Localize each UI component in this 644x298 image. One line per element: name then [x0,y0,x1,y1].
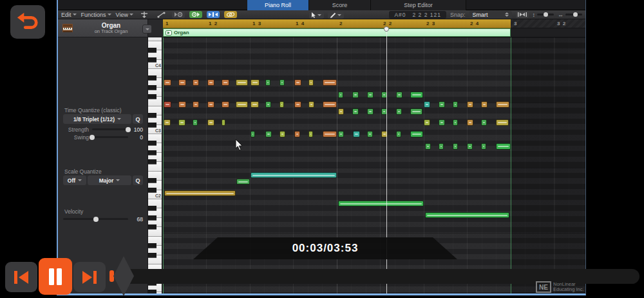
midi-note[interactable] [410,108,422,115]
functions-menu[interactable]: Functions [81,12,111,18]
piano-key-black[interactable] [148,243,156,248]
midi-note[interactable] [164,190,236,196]
time-quantize-apply-button[interactable]: Q [133,114,143,124]
midi-note[interactable] [338,108,344,115]
seek-handle[interactable] [113,256,134,296]
piano-key-black[interactable] [148,224,156,230]
midi-note[interactable] [193,119,198,126]
vertical-zoom-control[interactable]: ↕ [533,12,554,18]
back-button[interactable] [10,5,45,39]
midi-note[interactable] [222,79,229,86]
midi-note[interactable] [425,212,509,218]
midi-note[interactable] [308,131,313,137]
auto-zoom-button[interactable] [516,11,529,18]
midi-note[interactable] [207,119,214,126]
tab-score[interactable]: Score [309,0,371,10]
velocity-slider[interactable] [63,218,128,220]
midi-note[interactable] [453,119,458,126]
piano-key-black[interactable] [148,159,156,164]
tab-step-editor[interactable]: Step Editor [371,0,466,10]
volume-pill[interactable] [109,270,114,282]
midi-note[interactable] [178,101,186,108]
midi-note[interactable] [207,101,214,108]
midi-note[interactable] [425,143,431,150]
midi-note[interactable] [496,143,511,150]
midi-note[interactable] [279,131,285,137]
midi-note[interactable] [294,131,300,137]
midi-note[interactable] [323,131,337,137]
snap-select[interactable]: Smart [469,11,512,19]
scale-quantize-apply-button[interactable]: Q [133,175,143,185]
midi-note[interactable] [453,101,458,108]
piano-key-black[interactable] [148,85,156,90]
midi-note[interactable] [308,79,314,86]
midi-note[interactable] [396,92,402,98]
piano-key-black[interactable] [148,178,156,183]
midi-note[interactable] [193,79,199,86]
piano-key-black[interactable] [148,215,156,221]
midi-note[interactable] [265,101,271,108]
midi-note[interactable] [222,101,229,108]
midi-note[interactable] [496,101,509,108]
midi-draw-button[interactable] [155,11,167,18]
midi-note[interactable] [453,143,458,150]
midi-note[interactable] [178,79,186,86]
midi-note[interactable] [467,143,473,150]
midi-note[interactable] [164,101,171,108]
midi-note[interactable] [367,108,374,115]
piano-key-black[interactable] [148,94,156,99]
midi-note[interactable] [396,108,402,115]
region-play-icon[interactable] [166,30,172,35]
midi-note[interactable] [439,143,444,150]
midi-note[interactable] [294,79,301,86]
horizontal-zoom-control[interactable]: ↔ [558,12,582,18]
piano-key-black[interactable] [148,123,156,128]
midi-note[interactable] [481,101,488,108]
midi-note[interactable] [178,119,185,126]
midi-note[interactable] [323,79,337,86]
track-header[interactable]: Organ on Track Organ [58,19,147,37]
piano-key-black[interactable] [148,75,156,81]
midi-note[interactable] [338,201,424,206]
piano-key-black[interactable] [148,48,156,53]
piano-key-black[interactable] [148,188,156,193]
midi-note[interactable] [338,92,343,98]
pause-button[interactable] [39,258,72,295]
midi-note[interactable] [279,79,285,86]
midi-note[interactable] [424,101,430,108]
midi-note[interactable] [410,131,423,137]
midi-note[interactable] [265,79,270,86]
tab-piano-roll[interactable]: Piano Roll [247,0,309,10]
scale-type-select[interactable]: Major [88,175,131,185]
midi-note[interactable] [164,119,171,126]
midi-note[interactable] [410,92,423,98]
piano-key-black[interactable] [148,206,156,211]
midi-note[interactable] [164,79,171,86]
midi-note[interactable] [467,101,473,108]
midi-note[interactable] [439,119,445,126]
view-menu[interactable]: View [116,12,133,18]
midi-note[interactable] [396,131,401,137]
pencil-tool-selector[interactable] [328,12,344,19]
midi-note[interactable] [251,79,260,86]
midi-note[interactable] [352,108,359,115]
collapse-mode-button[interactable] [207,11,220,18]
piano-key-black[interactable] [148,150,156,155]
midi-in-button[interactable] [189,11,202,18]
inspector-disclosure-button[interactable] [142,25,152,34]
midi-note[interactable] [424,119,430,126]
midi-note[interactable] [467,119,473,126]
scale-root-select[interactable]: Off [63,175,86,185]
midi-note[interactable] [251,101,259,108]
link-button[interactable] [224,11,237,18]
piano-key-black[interactable] [148,141,156,146]
midi-note[interactable] [251,172,337,178]
midi-note[interactable] [367,131,373,137]
pointer-tool-selector[interactable] [309,12,324,19]
midi-note[interactable] [308,101,314,108]
midi-note[interactable] [265,131,272,137]
catch-playhead-button[interactable] [138,11,151,18]
midi-note[interactable] [353,131,360,137]
piano-key-black[interactable] [148,113,156,118]
midi-note[interactable] [193,101,199,108]
